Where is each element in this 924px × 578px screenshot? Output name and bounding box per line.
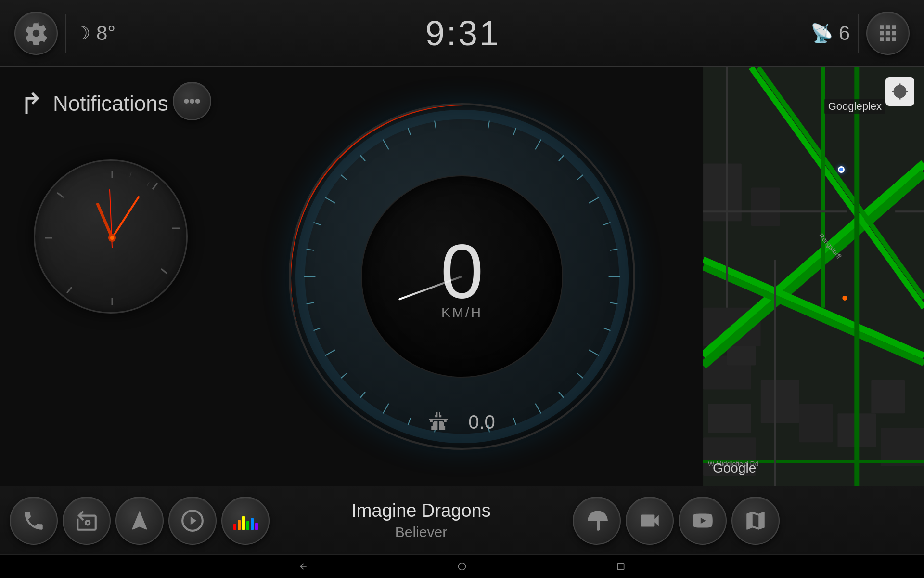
music-info: Imagine Dragons Believer [277,499,565,542]
umbrella-icon [585,509,609,533]
settings-button[interactable] [14,12,58,55]
svg-line-41 [360,392,365,397]
svg-line-20 [488,121,489,129]
svg-line-53 [408,128,411,135]
speedometer: 0 KM/H 🛣 0.0 [289,103,635,450]
svg-rect-86 [617,563,624,569]
nav-divider [25,135,196,135]
svg-line-30 [603,328,611,330]
svg-line-39 [408,418,411,425]
recent-button[interactable] [614,559,628,574]
home-icon [457,562,467,571]
video-button[interactable] [626,497,674,545]
youtube-button[interactable] [679,497,727,545]
artist-name: Imagine Dragons [351,500,490,521]
svg-line-25 [589,197,599,203]
play-icon [180,509,205,533]
divider-1 [65,14,66,53]
nav-icon [128,509,152,533]
top-bar-right: 📡 6 [810,12,910,55]
svg-line-27 [610,249,618,250]
clock-display: 9:31 [425,13,500,53]
youtube-icon [691,509,715,533]
svg-line-51 [360,155,365,161]
svg-line-43 [325,350,335,355]
video-icon [638,509,662,533]
svg-rect-60 [727,346,756,366]
svg-line-6 [161,269,167,274]
svg-point-2 [195,99,200,104]
home-button[interactable] [455,559,469,574]
svg-line-47 [307,249,314,250]
svg-rect-65 [871,380,905,414]
media-round-button[interactable] [173,82,211,120]
recent-icon [616,562,626,571]
svg-line-13 [98,204,112,238]
maps-button[interactable] [732,497,780,545]
phone-button[interactable] [10,497,58,545]
circle-dots-icon [182,92,202,111]
top-bar: ☽ 8° 9:31 📡 6 [0,0,924,67]
svg-line-21 [513,128,516,135]
svg-line-23 [559,155,564,161]
bottom-bar: Imagine Dragons Believer [0,486,924,555]
location-dot [838,166,845,173]
phone-icon [22,509,46,533]
weather-display: ☽ 8° [74,22,116,45]
equalizer-button[interactable] [221,497,270,545]
svg-line-10 [57,193,64,197]
gear-icon [24,21,48,45]
svg-line-14 [112,197,139,238]
weather-button[interactable] [573,497,621,545]
svg-line-31 [589,350,599,355]
map-container[interactable]: Rengstorff W Middlefield Rd Googleplex G… [703,67,924,486]
song-name: Believer [395,524,447,540]
satellite-count: 6 [839,22,850,45]
back-icon [298,562,308,571]
svg-line-29 [610,302,618,304]
clock-container [34,159,188,314]
radio-button[interactable] [63,497,111,545]
svg-line-48 [313,223,321,225]
android-nav-bar [0,555,924,578]
svg-line-33 [559,392,564,397]
svg-rect-62 [799,404,833,442]
speed-unit: KM/H [441,305,483,320]
google-watermark: Google [713,460,756,476]
svg-line-34 [535,404,541,414]
svg-point-81 [842,296,847,301]
speedo-bottom-info: 🛣 0.0 [429,410,495,434]
moon-icon: ☽ [74,23,90,44]
svg-line-22 [535,140,541,150]
apps-button[interactable] [866,12,910,55]
map-location-button[interactable] [886,77,914,106]
nav-button[interactable] [116,497,164,545]
top-bar-left: ☽ 8° [14,12,116,55]
svg-line-35 [513,418,516,425]
play-button[interactable] [168,497,217,545]
svg-line-42 [341,373,346,378]
svg-point-85 [459,563,466,570]
center-panel: 0 KM/H 🛣 0.0 [221,67,703,486]
left-panel: ↱ Notifications [0,67,221,486]
svg-line-8 [67,287,72,293]
clock-face [34,159,188,314]
svg-line-24 [577,175,583,180]
svg-line-40 [383,404,389,414]
svg-line-54 [435,121,436,129]
trip-distance: 0.0 [468,411,495,433]
nav-label: Notifications [53,92,168,116]
signal-display: 📡 6 [810,22,850,45]
maps-icon [744,509,768,533]
svg-line-26 [603,223,611,225]
right-panel: Rengstorff W Middlefield Rd Googleplex G… [703,67,924,486]
svg-line-4 [153,183,157,189]
svg-line-11 [130,172,131,177]
speedometer-outer: 0 KM/H 🛣 0.0 [289,103,635,450]
nav-arrow-icon: ↱ [19,87,43,120]
road-icon: 🛣 [429,410,449,434]
svg-line-44 [313,328,321,330]
clock-svg [35,161,189,315]
apps-icon [876,21,900,45]
back-button[interactable] [296,559,310,574]
